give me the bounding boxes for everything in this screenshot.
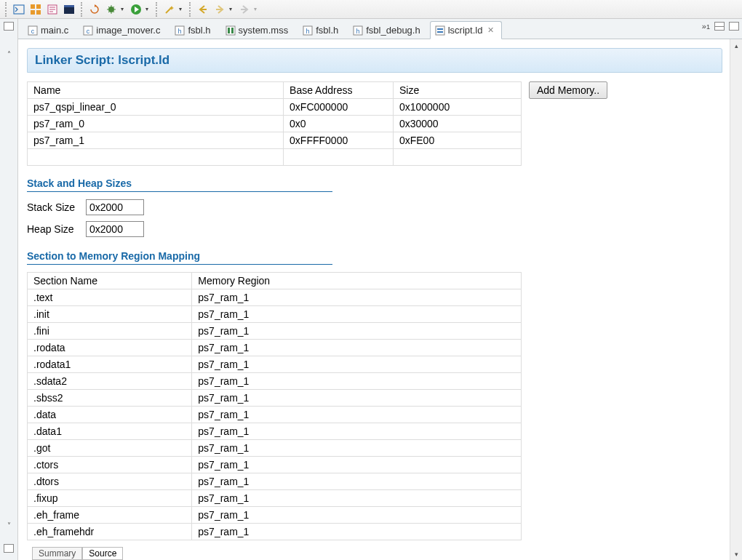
table-cell[interactable]: .data <box>28 407 192 423</box>
table-cell[interactable]: .rodata1 <box>28 356 192 373</box>
table-row[interactable]: .data1ps7_ram_1 <box>28 423 522 440</box>
table-cell[interactable]: ps7_ram_1 <box>192 356 522 373</box>
table-cell[interactable]: 0xFFFF0000 <box>284 132 394 149</box>
table-cell[interactable]: 0xFC000000 <box>284 99 394 116</box>
grid-icon[interactable] <box>28 2 43 17</box>
debug-icon[interactable] <box>104 2 119 17</box>
tab-summary[interactable]: Summary <box>32 547 82 560</box>
tab-main-c[interactable]: c main.c <box>23 21 76 39</box>
table-cell[interactable]: .dtors <box>28 473 192 490</box>
scroll-up-icon[interactable]: ˄ <box>3 48 15 60</box>
table-row[interactable]: .rodata1ps7_ram_1 <box>28 356 522 373</box>
table-cell[interactable]: .rodata <box>28 340 192 356</box>
table-cell[interactable]: ps7_ram_1 <box>192 340 522 356</box>
table-cell[interactable]: ps7_ram_1 <box>192 407 522 423</box>
table-cell[interactable]: .data1 <box>28 423 192 440</box>
table-row[interactable]: .eh_framehdrps7_ram_1 <box>28 524 522 540</box>
terminal-icon[interactable] <box>62 2 76 17</box>
table-cell[interactable]: 0x0 <box>284 116 394 132</box>
back-icon[interactable] <box>196 2 210 17</box>
table-cell[interactable]: ps7_ram_1 <box>192 490 522 507</box>
table-cell[interactable]: ps7_ram_1 <box>192 373 522 390</box>
table-cell[interactable]: .got <box>28 440 192 457</box>
table-row[interactable]: .dtorsps7_ram_1 <box>28 473 522 490</box>
table-cell[interactable]: .fixup <box>28 490 192 507</box>
table-row[interactable]: .sdata2ps7_ram_1 <box>28 373 522 390</box>
heap-size-input[interactable] <box>86 221 144 237</box>
table-cell[interactable]: .eh_framehdr <box>28 524 192 540</box>
run-icon[interactable] <box>129 2 143 17</box>
table-cell[interactable]: .ctors <box>28 457 192 473</box>
wand-icon[interactable] <box>162 2 177 17</box>
tab-fsbl-h-2[interactable]: h fsbl.h <box>298 21 346 39</box>
dropdown-arrow[interactable]: ▾ <box>121 6 127 12</box>
table-cell[interactable]: .sdata2 <box>28 373 192 390</box>
table-cell[interactable]: ps7_ram_1 <box>192 457 522 473</box>
tab-system-mss[interactable]: system.mss <box>220 21 297 39</box>
table-cell[interactable]: .eh_frame <box>28 507 192 524</box>
scroll-up-icon[interactable]: ▴ <box>730 39 742 52</box>
table-row[interactable]: .gotps7_ram_1 <box>28 440 522 457</box>
table-cell[interactable]: ps7_ram_1 <box>28 132 284 149</box>
table-row[interactable]: .sbss2ps7_ram_1 <box>28 390 522 407</box>
dropdown-arrow[interactable]: ▾ <box>254 6 260 12</box>
dropdown-arrow[interactable]: ▾ <box>145 6 151 12</box>
tab-overflow-button[interactable]: »1 <box>702 22 710 31</box>
toolbar-grip[interactable] <box>5 2 7 17</box>
table-row[interactable]: .initps7_ram_1 <box>28 306 522 323</box>
forward-icon[interactable] <box>212 2 227 17</box>
table-cell[interactable]: ps7_ram_1 <box>192 507 522 524</box>
console-icon[interactable] <box>12 2 26 17</box>
table-row[interactable]: .textps7_ram_1 <box>28 289 522 306</box>
table-cell[interactable]: ps7_ram_1 <box>192 524 522 540</box>
table-cell[interactable]: 0x1000000 <box>393 99 521 116</box>
table-cell[interactable]: ps7_ram_1 <box>192 323 522 340</box>
table-row[interactable]: .dataps7_ram_1 <box>28 407 522 423</box>
stack-size-input[interactable] <box>86 199 144 215</box>
table-cell[interactable]: ps7_ram_1 <box>192 306 522 323</box>
section-mapping-table[interactable]: Section Name Memory Region .textps7_ram_… <box>27 272 522 540</box>
table-cell[interactable]: ps7_ram_1 <box>192 390 522 407</box>
notepad-icon[interactable] <box>45 2 60 17</box>
table-cell[interactable]: ps7_qspi_linear_0 <box>28 99 284 116</box>
tab-fsbl-h[interactable]: h fsbl.h <box>169 21 218 39</box>
table-row[interactable]: .rodataps7_ram_1 <box>28 340 522 356</box>
table-cell[interactable]: ps7_ram_0 <box>28 116 284 132</box>
table-cell[interactable]: ps7_ram_1 <box>192 440 522 457</box>
table-cell[interactable]: .sbss2 <box>28 390 192 407</box>
vertical-scrollbar[interactable]: ▴ ▾ <box>730 39 742 560</box>
table-cell[interactable]: 0xFE00 <box>393 132 521 149</box>
table-cell[interactable]: ps7_ram_1 <box>192 423 522 440</box>
table-cell[interactable]: .fini <box>28 323 192 340</box>
table-row[interactable]: ps7_ram_10xFFFF00000xFE00 <box>28 132 522 149</box>
tab-source[interactable]: Source <box>82 547 123 560</box>
dropdown-arrow[interactable]: ▾ <box>229 6 235 12</box>
table-row[interactable]: .fixupps7_ram_1 <box>28 490 522 507</box>
table-row[interactable]: ps7_ram_00x00x30000 <box>28 116 522 132</box>
minimize-view-icon[interactable] <box>714 22 725 31</box>
table-row-empty[interactable] <box>28 149 522 166</box>
table-cell[interactable]: .init <box>28 306 192 323</box>
table-row[interactable]: ps7_qspi_linear_00xFC0000000x1000000 <box>28 99 522 116</box>
restore-view-icon[interactable] <box>4 22 14 31</box>
memory-regions-table[interactable]: Name Base Address Size ps7_qspi_linear_0… <box>27 81 522 166</box>
table-row[interactable]: .ctorsps7_ram_1 <box>28 457 522 473</box>
forward2-icon[interactable] <box>237 2 252 17</box>
refresh-icon[interactable] <box>87 2 102 17</box>
tab-image-mover-c[interactable]: c image_mover.c <box>78 21 168 39</box>
table-cell[interactable]: ps7_ram_1 <box>192 289 522 306</box>
table-row[interactable]: .eh_frameps7_ram_1 <box>28 507 522 524</box>
maximize-view-icon[interactable] <box>729 22 739 31</box>
close-icon[interactable]: ✕ <box>487 25 494 35</box>
scroll-down-icon[interactable]: ▾ <box>730 548 742 560</box>
restore-view-icon[interactable] <box>4 544 14 553</box>
dropdown-arrow[interactable]: ▾ <box>179 6 185 12</box>
add-memory-button[interactable]: Add Memory.. <box>529 81 607 99</box>
tab-lscript-ld[interactable]: lscript.ld ✕ <box>430 21 503 39</box>
table-row[interactable]: .finips7_ram_1 <box>28 323 522 340</box>
tab-fsbl-debug-h[interactable]: h fsbl_debug.h <box>348 21 428 39</box>
table-cell[interactable]: 0x30000 <box>393 116 521 132</box>
scroll-down-icon[interactable]: ˅ <box>3 519 15 531</box>
table-cell[interactable]: .text <box>28 289 192 306</box>
table-cell[interactable]: ps7_ram_1 <box>192 473 522 490</box>
